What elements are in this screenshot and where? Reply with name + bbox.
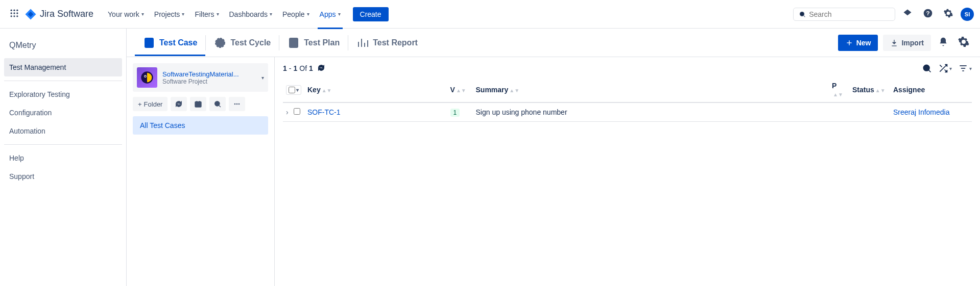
- row-assignee[interactable]: Sreeraj Infomedia: [893, 108, 950, 116]
- nav-projects-label: Projects: [154, 10, 180, 18]
- sidebar: QMetry Test Management Exploratory Testi…: [0, 29, 127, 286]
- top-nav: Jira Software Your work▾ Projects▾ Filte…: [0, 0, 980, 29]
- svg-point-6: [11, 15, 12, 17]
- sidebar-automation[interactable]: Automation: [4, 122, 122, 140]
- app-switcher-icon[interactable]: [6, 5, 22, 23]
- search-folder-button[interactable]: [209, 97, 226, 111]
- search-icon: [213, 100, 222, 108]
- test-plan-icon: [288, 37, 300, 49]
- svg-point-2: [16, 10, 18, 11]
- sidebar-title: QMetry: [4, 41, 122, 58]
- svg-line-37: [928, 70, 930, 72]
- column-assignee[interactable]: Assignee: [890, 77, 972, 102]
- chevron-down-icon: ▾: [949, 66, 952, 71]
- svg-point-7: [13, 15, 15, 17]
- nav-right: ? SI: [793, 5, 974, 23]
- nav-dashboards-label: Dashboards: [229, 10, 268, 18]
- global-search[interactable]: [793, 8, 895, 21]
- jira-logo[interactable]: Jira Software: [25, 8, 93, 20]
- row-status: [849, 102, 890, 122]
- column-v[interactable]: V▲▼: [447, 77, 473, 102]
- filter-button[interactable]: ▾: [958, 63, 972, 73]
- new-button[interactable]: New: [838, 35, 878, 51]
- pagination-info: 1 - 1 Of 1: [283, 64, 325, 73]
- column-key[interactable]: Key▲▼: [304, 77, 447, 102]
- sidebar-test-management[interactable]: Test Management: [4, 58, 122, 76]
- chevron-down-icon: ▾: [182, 11, 184, 17]
- svg-point-5: [16, 12, 18, 14]
- shuffle-button[interactable]: ▾: [938, 63, 952, 73]
- search-table-button[interactable]: [922, 63, 932, 73]
- table-header: 1 - 1 Of 1: [283, 63, 972, 73]
- new-button-label: New: [856, 39, 871, 47]
- plus-icon: +: [138, 100, 142, 108]
- user-avatar[interactable]: SI: [961, 8, 974, 21]
- svg-point-8: [16, 15, 18, 17]
- expand-row-icon[interactable]: ›: [286, 108, 289, 116]
- svg-point-31: [215, 101, 220, 106]
- nav-people-label: People: [282, 10, 305, 18]
- svg-point-33: [234, 103, 236, 105]
- column-status[interactable]: Status▲▼: [849, 77, 890, 102]
- tab-test-report[interactable]: Test Report: [348, 30, 426, 56]
- sidebar-help[interactable]: Help: [4, 149, 122, 167]
- sidebar-support[interactable]: Support: [4, 167, 122, 186]
- bell-icon[interactable]: [936, 35, 950, 50]
- row-checkbox[interactable]: [294, 108, 300, 115]
- tab-test-plan[interactable]: Test Plan: [279, 30, 348, 56]
- refresh-icon: [175, 100, 183, 108]
- search-input[interactable]: [809, 10, 890, 18]
- svg-point-4: [13, 12, 15, 14]
- help-icon[interactable]: ?: [920, 5, 936, 23]
- column-summary[interactable]: Summary▲▼: [473, 77, 829, 102]
- nav-filters[interactable]: Filters▾: [190, 7, 223, 21]
- sort-icon: ▲▼: [875, 89, 886, 92]
- page-start: 1: [283, 64, 287, 72]
- project-selector[interactable]: SoftwareTestingMaterial... Software Proj…: [133, 63, 268, 92]
- svg-point-0: [11, 10, 12, 11]
- nav-projects[interactable]: Projects▾: [150, 7, 189, 21]
- svg-text:?: ?: [926, 10, 929, 16]
- sidebar-configuration[interactable]: Configuration: [4, 103, 122, 122]
- nav-apps[interactable]: Apps▾: [316, 7, 345, 21]
- settings-icon[interactable]: [940, 5, 957, 23]
- column-p[interactable]: P▲▼: [829, 77, 849, 102]
- svg-point-36: [923, 65, 929, 71]
- sort-icon: ▲▼: [456, 89, 466, 92]
- project-name: SoftwareTestingMaterial...: [162, 70, 256, 78]
- import-button[interactable]: Import: [883, 35, 931, 51]
- nav-people[interactable]: People▾: [278, 7, 314, 21]
- nav-dashboards[interactable]: Dashboards▾: [225, 7, 277, 21]
- content-body: SoftwareTestingMaterial... Software Proj…: [127, 57, 980, 286]
- add-folder-button[interactable]: + Folder: [133, 97, 168, 111]
- table-row[interactable]: › SOF-TC-1 1 Sign up using phone number …: [283, 102, 972, 122]
- svg-rect-19: [290, 38, 298, 47]
- plus-icon: [845, 39, 853, 47]
- svg-point-9: [800, 12, 804, 16]
- chevron-down-icon: ▾: [141, 11, 144, 17]
- gear-icon[interactable]: [955, 34, 972, 51]
- tab-test-case[interactable]: Test Case: [135, 30, 205, 56]
- filter-icon: [958, 63, 968, 73]
- folder-toolbar: + Folder: [133, 97, 268, 111]
- nav-apps-label: Apps: [320, 10, 336, 18]
- sort-icon: ▲▼: [322, 89, 332, 92]
- more-icon: [233, 100, 241, 108]
- row-version-badge: 1: [450, 109, 460, 117]
- all-test-cases[interactable]: All Test Cases: [133, 116, 268, 135]
- row-summary: Sign up using phone number: [473, 102, 829, 122]
- create-button[interactable]: Create: [353, 7, 389, 21]
- refresh-button[interactable]: [171, 97, 187, 111]
- row-key[interactable]: SOF-TC-1: [307, 108, 341, 116]
- reload-icon[interactable]: [317, 64, 325, 73]
- column-assignee-label: Assignee: [893, 86, 925, 94]
- notifications-icon[interactable]: [899, 5, 916, 23]
- test-case-icon: [143, 37, 155, 49]
- calendar-button[interactable]: [190, 97, 206, 111]
- more-button[interactable]: [229, 97, 245, 111]
- checkbox-input[interactable]: [289, 87, 295, 93]
- nav-your-work[interactable]: Your work▾: [104, 7, 148, 21]
- tab-test-cycle[interactable]: Test Cycle: [206, 30, 279, 56]
- select-all-checkbox[interactable]: ▾: [286, 85, 301, 95]
- sidebar-exploratory-testing[interactable]: Exploratory Testing: [4, 85, 122, 103]
